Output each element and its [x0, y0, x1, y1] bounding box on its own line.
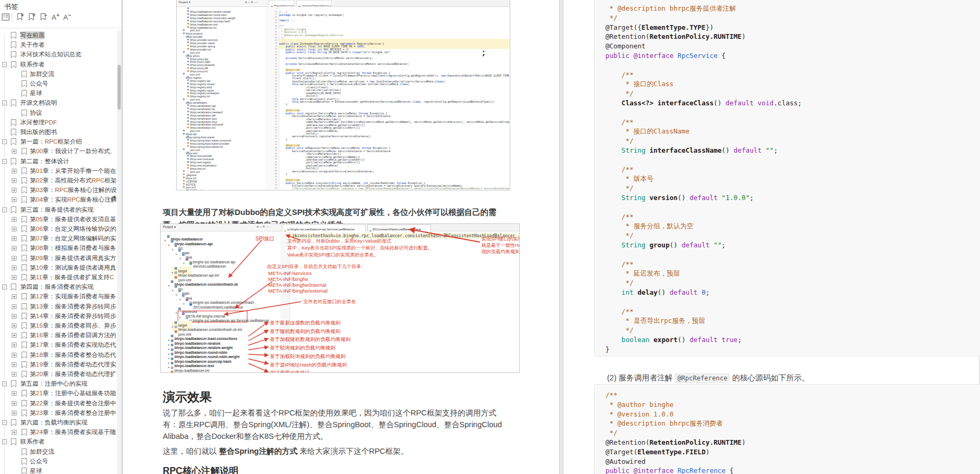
bookmark-item[interactable]: - 第五篇：注册中心的实现 — [0, 379, 118, 389]
bookmark-item[interactable]: + 第01章：从零开始手撸一个能在 — [0, 167, 118, 176]
tree-expander-icon[interactable]: + — [12, 372, 16, 377]
bookmark-item[interactable]: + 第04章：实现RPC服务核心注解 — [0, 195, 118, 205]
bookmark-item[interactable]: + 第24章：服务消费者实现基于随 — [0, 428, 118, 437]
tree-expander-icon[interactable]: + — [12, 169, 16, 173]
tree-expander-icon[interactable]: - — [2, 285, 7, 289]
bookmark-item[interactable]: 星球 — [0, 467, 118, 474]
bookmark-item[interactable]: + 第00章：我设计了一款分布式、 — [0, 147, 118, 156]
bookmark-item[interactable]: + 第20章：服务消费者动态代理扩 — [0, 370, 118, 379]
bookmark-item[interactable]: + 第08章：模拟服务消费者与服务 — [0, 244, 118, 253]
delete-bookmark-icon[interactable] — [16, 13, 26, 22]
tree-expander-icon[interactable]: + — [12, 430, 16, 435]
tree-expander-icon[interactable]: - — [2, 420, 7, 425]
bookmark-item[interactable]: + 第10章：测试服务提供者调用真 — [0, 263, 118, 273]
bookmark-scrollbar[interactable] — [117, 31, 121, 474]
bookmark-item[interactable]: 写在前面 — [0, 31, 118, 40]
bookmark-menu-icon[interactable] — [39, 13, 49, 22]
bookmark-item[interactable]: + 第05章：服务提供者收发消息基 — [0, 215, 118, 224]
bookmark-item[interactable]: + 第22章：服务提供者整合注册中 — [0, 399, 118, 409]
bookmark-item[interactable]: - 联系作者 — [0, 60, 118, 70]
bookmark-item[interactable]: + 第14章：服务消费者异步转同步 — [0, 312, 118, 321]
tree-expander-icon[interactable]: + — [12, 294, 16, 299]
bookmark-item[interactable]: 加群交流 — [0, 70, 118, 79]
bookmark-item[interactable]: 我出版的图书 — [0, 128, 118, 137]
tree-expander-icon[interactable]: + — [12, 236, 16, 241]
bookmark-scrollbar-thumb[interactable] — [118, 65, 121, 110]
scroll-down-icon[interactable]: ⌄ — [103, 398, 109, 404]
bookmark-icon — [21, 255, 27, 262]
decrease-font-icon[interactable]: A — [63, 13, 72, 22]
tree-expander-icon[interactable]: + — [12, 246, 16, 251]
bookmark-item[interactable]: 公众号 — [0, 457, 118, 467]
tree-expander-icon[interactable]: + — [12, 217, 16, 222]
bookmark-item[interactable]: + 第21章：注册中心基础服务功能 — [0, 389, 118, 398]
tree-expander-icon[interactable]: - — [2, 159, 7, 164]
tree-expander-icon[interactable]: + — [12, 227, 16, 231]
bookmark-item[interactable]: + 第17章：服务消费者实现动态代 — [0, 340, 118, 350]
tree-expander-icon[interactable]: + — [12, 188, 16, 193]
tree-expander-icon[interactable]: + — [12, 391, 16, 396]
tree-expander-icon[interactable]: + — [12, 411, 16, 415]
bookmark-item[interactable]: - 第一篇：RPC框架介绍 — [0, 137, 118, 147]
tree-expander-icon[interactable]: + — [12, 362, 16, 367]
bookmark-item[interactable]: + 第11章：服务提供者扩展支持C — [0, 273, 118, 282]
bookmark-item[interactable]: 公众号 — [0, 79, 118, 89]
tree-expander-icon[interactable]: + — [12, 197, 16, 202]
tree-expander-icon[interactable]: + — [12, 265, 16, 270]
collapse-panel-icon[interactable]: ◀ — [112, 192, 117, 202]
bookmark-item[interactable]: + 第15章：服务消费者同步、异步 — [0, 321, 118, 331]
bookmark-item[interactable]: - 开源文档说明 — [0, 98, 118, 108]
bookmark-item[interactable]: 冰河整理PDF — [0, 118, 118, 128]
bookmark-item[interactable]: + 第09章：服务提供者调用真实方 — [0, 254, 118, 263]
bookmark-toolbar: A A — [0, 12, 122, 24]
bookmark-item[interactable]: - 第四篇：服务消费者的实现 — [0, 282, 118, 292]
tree-expander-icon[interactable]: + — [12, 323, 16, 328]
tree-expander-icon[interactable]: + — [12, 353, 16, 357]
bookmark-item[interactable]: 冰河技术站点知识总览 — [0, 50, 118, 60]
bookmark-item[interactable]: 加群交流 — [0, 447, 118, 457]
tree-expander-icon[interactable]: + — [12, 333, 16, 338]
bookmark-item[interactable]: + 第18章：服务消费者整合动态代 — [0, 351, 118, 360]
tree-expander-icon[interactable]: - — [2, 62, 7, 67]
bookmark-item[interactable]: - 第二篇：整体设计 — [0, 157, 118, 167]
tree-expander-icon[interactable]: + — [12, 256, 16, 261]
tree-expander-icon[interactable]: + — [12, 149, 16, 154]
tree-expander-icon[interactable]: - — [2, 381, 7, 386]
tree-expander-icon[interactable]: + — [12, 304, 16, 309]
bookmark-item[interactable]: + 第16章：服务消费者回调方法的 — [0, 331, 118, 340]
bookmark-icon — [21, 322, 27, 329]
tree-expander-icon[interactable]: - — [2, 101, 7, 105]
shot2-tab-serviceloadbalancer: io.binghe.rpc.loadbalancer.api.ServiceLo… — [282, 224, 366, 231]
bookmark-item[interactable]: + 第06章：自定义网络传输协议的 — [0, 224, 118, 234]
bookmark-item[interactable]: - 第六篇：负载均衡的实现 — [0, 418, 118, 428]
tree-expander-icon[interactable]: + — [12, 275, 16, 280]
bookmark-item[interactable]: 星球 — [0, 89, 118, 98]
bookmark-item[interactable]: + 第07章：自定义网络编解码的实 — [0, 234, 118, 244]
bookmark-item[interactable]: + 第13章：服务消费者异步转同步 — [0, 302, 118, 312]
increase-font-icon[interactable]: A — [51, 13, 61, 22]
tree-expander-icon[interactable]: - — [2, 139, 7, 144]
bookmark-icon — [11, 438, 16, 445]
tree-expander-icon[interactable]: + — [12, 401, 16, 406]
bookmark-item[interactable]: - 联系作者 — [0, 437, 118, 447]
bookmark-item[interactable]: - 第三篇：服务提供者的实现 — [0, 205, 118, 215]
bookmark-item[interactable]: + 第03章：RPC服务核心注解的设 — [0, 186, 118, 195]
bookmark-item[interactable]: + 第02章：高性能分布式RPC框架 — [0, 176, 118, 186]
add-bookmark-icon[interactable] — [28, 13, 37, 22]
tree-expander-icon[interactable]: + — [12, 178, 16, 183]
bookmark-item[interactable]: 协议 — [0, 109, 118, 118]
red-annotation: 测试负载均衡算法 — [270, 370, 310, 373]
tree-expander-icon[interactable]: + — [12, 343, 16, 347]
code-line: * 接口的Class — [605, 79, 674, 89]
bookmark-item[interactable]: + 第12章：实现服务消费者与服务 — [0, 292, 118, 302]
tree-expander-icon[interactable]: - — [2, 207, 7, 212]
code-line: */ — [605, 13, 618, 23]
tree-expander-icon[interactable]: + — [12, 314, 16, 319]
heading-demo-effect: 演示效果 — [163, 389, 212, 405]
tree-expander-icon[interactable]: - — [2, 439, 7, 444]
bookmark-panel-icon[interactable] — [2, 13, 11, 22]
bookmark-item[interactable]: + 第19章：服务消费者动态代理实 — [0, 360, 118, 370]
bookmark-item[interactable]: + 第23章：服务消费者整合注册中 — [0, 409, 118, 418]
shot1-tree-item: README.md — [183, 186, 211, 190]
bookmark-item[interactable]: 关于作者 — [0, 40, 118, 50]
